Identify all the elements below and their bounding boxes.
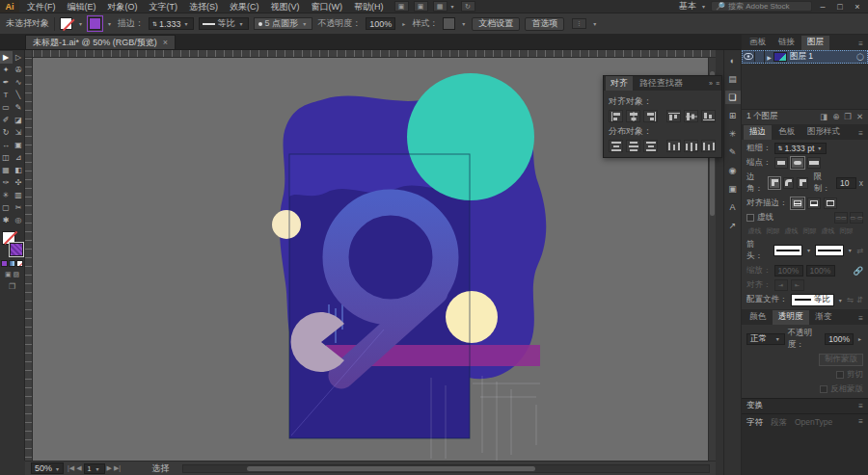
close-tab-icon[interactable]: ×	[163, 38, 168, 47]
selection-tool[interactable]: ▶	[0, 51, 13, 64]
stroke-color-swatch[interactable]	[60, 17, 72, 30]
type-tool[interactable]: T	[0, 89, 13, 101]
projecting-cap-button[interactable]	[807, 157, 821, 169]
rectangle-tool[interactable]: ▭	[0, 101, 13, 114]
chevron-down-icon[interactable]: ▾	[702, 3, 705, 10]
weight-field[interactable]: ⇅1.333 pt▾	[774, 143, 827, 154]
last-artboard-icon[interactable]: ▶|	[114, 464, 121, 472]
align-bottom-icon[interactable]	[701, 110, 716, 122]
tab-graphic-styles[interactable]: 图形样式	[801, 125, 846, 140]
stroke-weight-field[interactable]: ⇅1.333▾	[149, 17, 194, 30]
align-right-icon[interactable]	[643, 110, 658, 122]
curvature-tool[interactable]: ∿	[13, 76, 25, 89]
slice-tool[interactable]: ✂	[13, 201, 25, 214]
chevron-down-icon[interactable]: ▾	[462, 20, 465, 27]
opacity-field[interactable]: 100%	[366, 17, 395, 30]
brushes-panel-icon[interactable]: ✎	[725, 145, 741, 159]
arrow-start-select[interactable]	[773, 245, 802, 256]
zoom-tool[interactable]: ◎	[13, 214, 25, 226]
target-circle-icon[interactable]: ◯	[856, 53, 868, 61]
bridge-icon[interactable]: ▣	[394, 1, 409, 12]
next-artboard-icon[interactable]: ▶	[107, 464, 112, 472]
swatches-panel-icon[interactable]: ▤	[725, 72, 741, 86]
delete-layer-icon[interactable]: ✕	[856, 112, 863, 121]
artboards-panel-icon[interactable]: ⊞	[725, 109, 741, 122]
perspective-grid-tool[interactable]: ⊿	[13, 151, 25, 164]
cream-circle-small[interactable]	[272, 210, 301, 239]
paintbrush-tool[interactable]: ✎	[13, 101, 25, 114]
miter-join-button[interactable]	[769, 177, 780, 189]
blend-mode-select[interactable]: 正常▾	[746, 333, 785, 345]
shape-builder-tool[interactable]: ◫	[0, 151, 13, 164]
arrow-scale-start[interactable]: 100%	[774, 265, 803, 277]
teal-circle[interactable]	[407, 73, 534, 200]
tab-paragraph[interactable]: 段落	[771, 417, 787, 429]
search-input[interactable]: 🔎 搜索 Adobe Stock	[711, 1, 812, 12]
maximize-button[interactable]: □	[833, 2, 847, 12]
expand-arrow-icon[interactable]: ▶	[765, 54, 773, 61]
clip-checkbox[interactable]	[836, 371, 844, 379]
isolate-icon[interactable]: ⫶	[572, 18, 586, 29]
distribute-right-icon[interactable]	[701, 140, 716, 152]
style-swatch[interactable]	[443, 17, 455, 30]
tab-character[interactable]: 字符	[746, 417, 763, 429]
chevron-down-icon[interactable]: ▾	[108, 20, 111, 27]
flip-across-icon[interactable]: ⇵	[856, 295, 863, 304]
make-mask-button[interactable]: 制作蒙版	[819, 354, 863, 366]
stock-icon[interactable]: ▣	[414, 1, 428, 12]
pen-tool[interactable]: ✒	[0, 76, 13, 89]
arrow-scale-end[interactable]: 100%	[806, 265, 835, 277]
prev-artboard-icon[interactable]: ◀	[76, 464, 81, 472]
panel-menu-icon[interactable]: ≡	[855, 40, 866, 50]
chevron-right-icon[interactable]: ▸	[858, 335, 861, 342]
zoom-level-select[interactable]: 50%▾	[31, 462, 64, 474]
tab-layers[interactable]: 图层	[801, 36, 829, 50]
menu-item[interactable]: 视图(V)	[265, 0, 306, 13]
align-inside-button[interactable]	[807, 198, 821, 209]
gradient-tool[interactable]: ◧	[13, 164, 25, 176]
round-join-button[interactable]	[783, 177, 795, 189]
arrow-align-tip-button[interactable]: ⇥	[774, 279, 788, 291]
limit-field[interactable]: 10	[836, 177, 856, 189]
make-clip-mask-icon[interactable]: ◨	[820, 112, 827, 121]
none-button[interactable]	[16, 260, 23, 267]
panel-menu-icon[interactable]: ≡	[855, 129, 866, 140]
draw-normal-icon[interactable]: ▣	[5, 271, 12, 278]
magic-wand-tool[interactable]: ✦	[0, 64, 13, 76]
layer-thumbnail[interactable]	[773, 52, 787, 62]
align-left-icon[interactable]	[609, 110, 623, 122]
align-hcenter-icon[interactable]	[626, 110, 640, 122]
free-transform-tool[interactable]: ▣	[13, 139, 25, 151]
chevron-down-icon[interactable]: ▾	[451, 3, 454, 10]
menu-item[interactable]: 帮助(H)	[348, 0, 390, 13]
distribute-top-icon[interactable]	[609, 140, 623, 152]
panel-menu-icon[interactable]: ≡	[716, 80, 719, 87]
symbols-panel-icon[interactable]: ✳	[725, 127, 741, 141]
menu-item[interactable]: 效果(C)	[224, 0, 265, 13]
align-outside-button[interactable]	[824, 198, 837, 209]
mesh-tool[interactable]: ▦	[0, 164, 13, 176]
dash-checkbox[interactable]	[746, 214, 754, 222]
tab-opentype[interactable]: OpenType	[795, 417, 832, 427]
fill-color-swatch[interactable]	[89, 17, 101, 30]
workspace-switcher[interactable]: 基本	[679, 0, 696, 13]
screen-mode-icon[interactable]: ❐	[9, 282, 15, 291]
align-dash-icon[interactable]: ▭·▭	[850, 212, 863, 224]
link-scale-icon[interactable]: 🔗	[853, 266, 863, 276]
align-top-icon[interactable]	[666, 110, 681, 122]
artboard-tool[interactable]: ▢	[0, 201, 13, 214]
tab-gradient[interactable]: 渐变	[810, 310, 838, 325]
color-button[interactable]	[1, 260, 8, 267]
layers-panel-icon[interactable]: ❏	[725, 91, 741, 104]
color-panel-icon[interactable]: ◐	[725, 54, 741, 67]
menu-item[interactable]: 对象(O)	[102, 0, 144, 13]
appearance-panel-icon[interactable]: ◉	[725, 164, 741, 177]
cream-circle-medium[interactable]	[446, 291, 498, 343]
invert-mask-checkbox[interactable]	[820, 385, 827, 393]
new-layer-icon[interactable]: ❐	[844, 112, 852, 121]
distribute-hcenter-icon[interactable]	[684, 140, 698, 152]
lock-toggle[interactable]	[755, 50, 765, 64]
preferences-button[interactable]: 首选项	[525, 17, 564, 31]
layer-name[interactable]: 图层 1	[790, 51, 856, 63]
hand-tool[interactable]: ✱	[0, 214, 13, 226]
